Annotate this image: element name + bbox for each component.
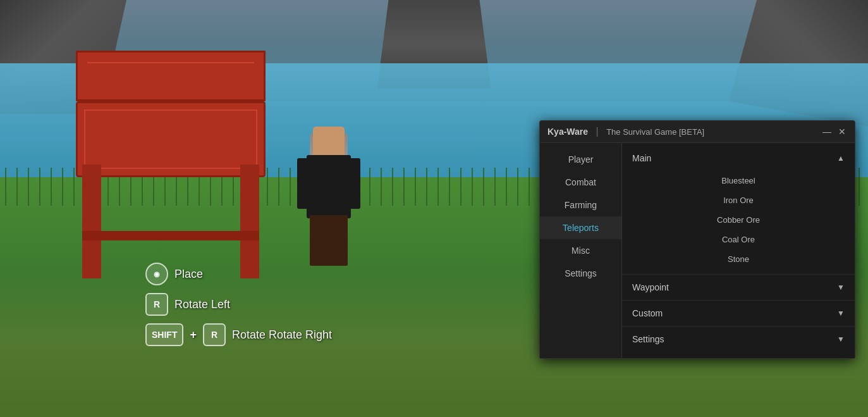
rotate-right-label: Rotate Rotate Right [232,328,332,342]
chevron-down-icon-3: ▼ [837,335,845,344]
gui-subtitle: The Survival Game [BETA] [606,127,704,137]
minimize-button[interactable]: — [822,127,832,137]
gui-separator: | [596,126,599,137]
char-body [307,155,351,218]
workbench-leg-left [82,165,101,278]
section-waypoint-label: Waypoint [632,282,669,292]
char-arm-left [297,158,310,209]
divider-1 [622,274,855,275]
item-coal-ore[interactable]: Coal Ore [622,230,855,249]
place-label: Place [174,268,203,281]
action-rotate-left: R Rotate Left [145,293,332,316]
item-stone[interactable]: Stone [622,249,855,269]
plus-symbol: + [190,328,197,342]
close-button[interactable]: ✕ [837,127,847,137]
sidebar-item-settings[interactable]: Settings [540,262,621,285]
section-main-label: Main [632,153,651,163]
hud-actions: ◉ Place R Rotate Left SHIFT + R Rotate R… [145,263,332,354]
item-bluesteel[interactable]: Bluesteel [622,171,855,190]
sidebar-item-teleports[interactable]: Teleports [540,216,621,239]
workbench-leg-right [240,165,259,278]
chevron-down-icon: ▼ [837,283,845,292]
sidebar-item-misc[interactable]: Misc [540,239,621,262]
section-main-content: Bluesteel Iron Ore Cobber Ore Coal Ore S… [622,168,855,271]
workbench-crossbar [82,231,259,240]
char-head [313,127,345,158]
workbench-backrest [76,51,266,101]
gui-body: Player Combat Farming Teleports Misc Set… [540,143,855,358]
sidebar-item-farming[interactable]: Farming [540,194,621,216]
item-cobber-ore[interactable]: Cobber Ore [622,210,855,230]
chevron-down-icon-2: ▼ [837,309,845,318]
gui-titlebar: Kya-Ware | The Survival Game [BETA] — ✕ [540,121,855,143]
section-main-header[interactable]: Main ▲ [622,148,855,168]
section-custom-label: Custom [632,308,663,318]
gui-sidebar: Player Combat Farming Teleports Misc Set… [540,143,622,358]
place-key: ◉ [145,263,168,285]
gui-panel: Kya-Ware | The Survival Game [BETA] — ✕ … [539,120,855,359]
section-waypoint-header[interactable]: Waypoint ▼ [622,277,855,297]
chevron-up-icon: ▲ [837,154,845,163]
char-pants [310,215,348,266]
action-place: ◉ Place [145,263,332,285]
sidebar-item-player[interactable]: Player [540,148,621,171]
gui-main-content: Main ▲ Bluesteel Iron Ore Cobber Ore Coa… [622,143,855,358]
action-rotate-right: SHIFT + R Rotate Rotate Right [145,323,332,346]
sidebar-item-combat[interactable]: Combat [540,171,621,194]
char-arm-right [348,158,360,209]
gui-title-area: Kya-Ware | The Survival Game [BETA] [547,126,704,137]
section-custom-header[interactable]: Custom ▼ [622,303,855,323]
workbench-top [76,101,266,177]
rotate-left-label: Rotate Left [174,298,230,311]
section-settings-label: Settings [632,334,664,344]
item-iron-ore[interactable]: Iron Ore [622,190,855,210]
gui-app-name: Kya-Ware [547,127,588,137]
r-key: R [203,323,226,346]
rotate-left-key: R [145,293,168,316]
divider-3 [622,326,855,327]
workbench [63,101,278,278]
gui-window-controls: — ✕ [822,127,847,137]
section-settings-header[interactable]: Settings ▼ [622,329,855,349]
shift-key: SHIFT [145,323,183,346]
divider-2 [622,300,855,301]
